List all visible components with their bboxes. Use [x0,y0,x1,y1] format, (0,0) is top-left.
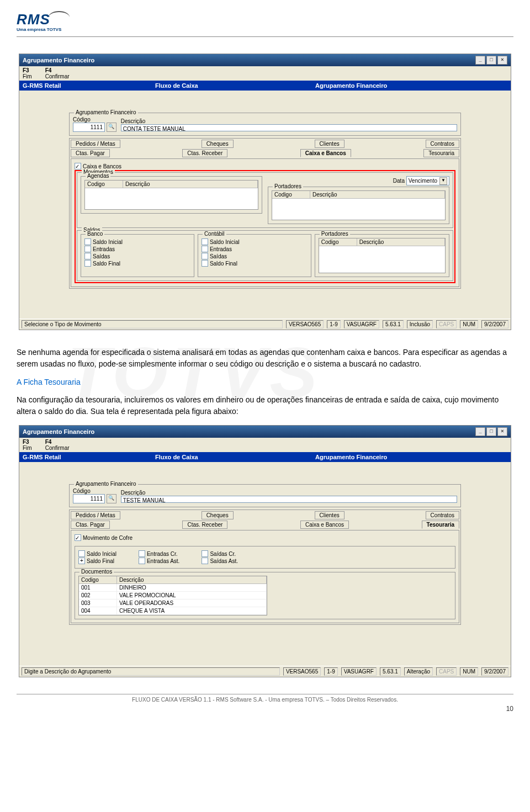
tab-ctas-receber[interactable]: Ctas. Receber [182,521,227,529]
check-icon: ✓ [75,534,81,541]
portadores-grid[interactable]: Codigo Descrição [272,190,446,220]
agrupamento-fieldset: Agrupamento Financeiro Código 1111 🔍 Des… [69,113,461,136]
tab-caixa-bancos[interactable]: Caixa e Bancos [300,149,351,157]
logo: RMS Uma empresa TOTVS [17,11,513,32]
minimize-button[interactable]: _ [475,427,485,436]
tab-cheques[interactable]: Cheques [202,140,234,148]
chevron-down-icon: ▼ [439,177,447,185]
entradas-cr-chk[interactable]: Entradas Cr. [139,550,179,557]
banco-saldo-inicial[interactable]: Saldo Inicial [84,238,190,245]
descricao-input[interactable]: TESTE MANUAL [121,496,457,503]
breadcrumb-bar: G-RMS Retail Fluxo de Caixa Agrupamento … [19,452,511,462]
close-button[interactable]: × [497,56,507,65]
menu-f4[interactable]: F4 Confirmar [45,67,70,79]
saldo-inicial-chk[interactable]: Saldo Inicial [78,550,116,557]
agendas-grid[interactable]: Codigo Descrição [84,180,258,210]
codigo-input[interactable]: 1111 [73,123,105,132]
data-select[interactable]: Vencimento ▼ [406,176,449,185]
tab-ctas-pagar[interactable]: Ctas. Pagar [71,521,110,529]
descricao-input[interactable]: CONTA TESTE MANUAL [121,124,457,131]
logo-brand: RMS [17,11,50,28]
paragraph-2: Na configuração da tesouraria, incluirem… [17,394,513,417]
highlight-box: Movimentos Agendas Codigo Descrição [75,170,455,283]
status-bar: Selecione o Tipo de Movimento VERSAO565 … [19,319,511,330]
table-row[interactable]: 004CHEQUE A VISTA [79,607,267,615]
agrupamento-fieldset: Agrupamento Financeiro Código 1111 🔍 Des… [69,484,461,507]
window-title: Agrupamento Financeiro [23,57,94,63]
window-buttons: _ □ × [475,56,507,65]
paragraph-1: Se nenhuma agenda for especificada o sis… [17,347,513,370]
window-buttons: _ □ × [475,427,507,436]
tab-clientes[interactable]: Clientes [315,140,344,148]
menu-bar: F3 Fim F4 Confirmar [19,438,511,452]
tab-tesouraria[interactable]: Tesouraria [423,149,459,157]
descricao-label: Descrição [121,118,457,124]
tab-contratos[interactable]: Contratos [426,511,459,519]
screenshot-1: Agrupamento Financeiro _ □ × F3 Fim F4 C… [19,54,511,330]
menu-bar: F3 Fim F4 Confirmar [19,66,511,81]
maximize-button[interactable]: □ [486,56,496,65]
screenshot-2: Agrupamento Financeiro _ □ × F3 Fim F4 C… [19,425,511,677]
table-row[interactable]: 002VALE PROMOCIONAL [79,592,267,599]
tabs-container: Pedidos / Metas Cheques Clientes Contrat… [69,510,461,625]
documentos-grid[interactable]: Codigo Descrição 001DINHEIRO002VALE PROM… [78,576,267,615]
portadores2-grid[interactable]: Codigo Descrição [319,238,446,273]
banco-saidas[interactable]: Saídas [84,253,190,259]
tab-caixa-bancos[interactable]: Caixa e Bancos [300,521,349,529]
window-titlebar: Agrupamento Financeiro _ □ × [19,426,511,438]
search-icon[interactable]: 🔍 [107,494,116,503]
saidas-ast-chk[interactable]: Saídas Ast. [202,558,238,564]
contabil-saidas[interactable]: Saídas [202,253,308,259]
caixa-bancos-checkbox[interactable]: ✓ Caixa e Bancos [75,163,455,169]
minimize-button[interactable]: _ [475,56,485,65]
search-icon[interactable]: 🔍 [107,123,116,132]
heading-tesouraria: A Ficha Tesouraria [17,378,513,386]
close-button[interactable]: × [497,427,507,436]
contabil-saldo-inicial[interactable]: Saldo Inicial [202,238,308,245]
tab-ctas-receber[interactable]: Ctas. Receber [182,149,227,157]
tab-pedidos[interactable]: Pedidos / Metas [71,511,120,519]
maximize-button[interactable]: □ [486,427,496,436]
mov-cofre-checkbox[interactable]: ✓ Movimento de Cofre [75,534,455,541]
breadcrumb-bar: G-RMS Retail Fluxo de Caixa Agrupamento … [19,81,511,91]
tab-clientes[interactable]: Clientes [315,511,344,519]
codigo-label: Código [73,488,116,494]
tab-pedidos[interactable]: Pedidos / Metas [71,140,120,148]
data-label: Data [393,178,405,184]
table-row[interactable]: 003VALE OPERADORAS [79,599,267,607]
menu-f3[interactable]: F3 Fim [23,67,32,79]
contabil-saldo-final[interactable]: Saldo Final [202,260,308,267]
status-bar: Digite a Descrição do Agrupamento VERSAO… [19,666,511,677]
check-icon: ✓ [75,163,81,169]
contabil-entradas[interactable]: Entradas [202,246,308,252]
page-number: 10 [17,705,513,713]
saidas-cr-chk[interactable]: Saídas Cr. [202,550,238,557]
window-title: Agrupamento Financeiro [23,428,94,435]
logo-swoosh-icon [49,11,70,23]
saldo-final-chk[interactable]: +Saldo Final [78,558,116,564]
window-titlebar: Agrupamento Financeiro _ □ × [19,54,511,66]
codigo-label: Código [73,116,116,123]
menu-f3[interactable]: F3 Fim [23,439,32,451]
table-row[interactable]: 001DINHEIRO [79,584,267,592]
tab-cheques[interactable]: Cheques [202,511,234,519]
codigo-input[interactable]: 1111 [73,494,105,503]
tabs-container: Pedidos / Metas Cheques Clientes Contrat… [69,138,461,289]
tab-tesouraria[interactable]: Tesouraria [422,521,459,529]
logo-tagline: Uma empresa TOTVS [17,27,513,32]
entradas-ast-chk[interactable]: Entradas Ast. [139,558,179,564]
banco-saldo-final[interactable]: Saldo Final [84,260,190,267]
tab-ctas-pagar[interactable]: Ctas. Pagar [71,149,110,157]
divider [17,36,513,37]
tab-contratos[interactable]: Contratos [426,140,459,148]
page-footer: FLUXO DE CAIXA VERSÃO 1.1 - RMS Software… [17,694,513,703]
descricao-label: Descrição [121,490,457,496]
menu-f4[interactable]: F4 Confirmar [45,439,70,451]
banco-entradas[interactable]: Entradas [84,246,190,252]
